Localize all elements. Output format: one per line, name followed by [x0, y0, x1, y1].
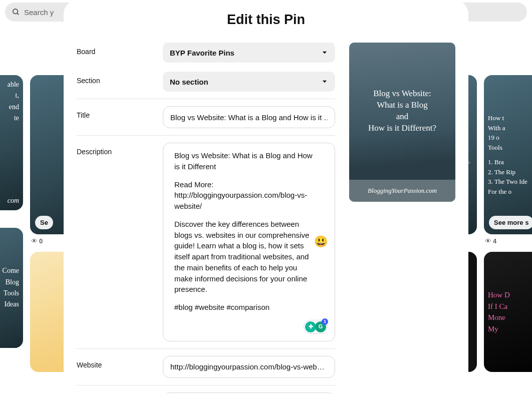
board-select[interactable]: BYP Favorite Pins	[163, 43, 335, 63]
grammarly-icon: G 1	[315, 321, 326, 332]
pin-stats: ↗ 0	[0, 210, 23, 221]
edit-pin-modal: Edit this Pin Board BYP Favorite Pins Se…	[64, 0, 468, 394]
chevron-down-icon	[321, 49, 328, 56]
pin-preview-image: Blog vs Website: What is a Blog and How …	[349, 43, 455, 202]
edit-form: Board BYP Favorite Pins Section No secti…	[77, 43, 335, 394]
website-input[interactable]	[163, 356, 335, 378]
description-label: Description	[77, 143, 163, 156]
background-pin: Come Blog Tools Ideas	[0, 228, 23, 348]
pin-preview: Blog vs Website: What is a Blog and How …	[349, 43, 455, 394]
board-label: Board	[77, 43, 163, 56]
search-placeholder: Search y	[24, 8, 54, 17]
section-label: Section	[77, 72, 163, 85]
website-label: Website	[77, 356, 163, 369]
emoji-picker-button[interactable]: 😃	[314, 234, 328, 250]
chevron-down-icon	[321, 78, 328, 85]
board-select-value: BYP Favorite Pins	[170, 49, 234, 57]
svg-line-1	[17, 13, 19, 15]
description-textarea[interactable]: Blog vs Website: What is a Blog and How …	[163, 143, 335, 341]
pin-preview-footer: BloggingYourPassion.com	[349, 180, 455, 202]
background-pin: able t, end te com	[0, 75, 23, 210]
title-input[interactable]	[163, 106, 335, 128]
section-select[interactable]: No section	[163, 72, 335, 92]
see-more-button[interactable]: See more s	[489, 216, 532, 229]
grammarly-widget[interactable]: ✚ G 1	[304, 320, 328, 334]
title-label: Title	[77, 106, 163, 119]
background-pin[interactable]: How t With a 19 o Tools 1. Bra 2. The Ri…	[484, 75, 532, 234]
search-icon	[12, 8, 20, 16]
see-more-button[interactable]: Se	[35, 216, 53, 229]
grammarly-icon: ✚	[305, 321, 316, 332]
grammarly-badge: 1	[322, 318, 328, 325]
background-pin: How D If I Ca Mone My	[484, 252, 532, 372]
modal-title: Edit this Pin	[77, 12, 455, 28]
svg-point-0	[13, 9, 18, 14]
section-select-value: No section	[170, 78, 208, 86]
pin-stats: 👁 4	[484, 234, 532, 245]
